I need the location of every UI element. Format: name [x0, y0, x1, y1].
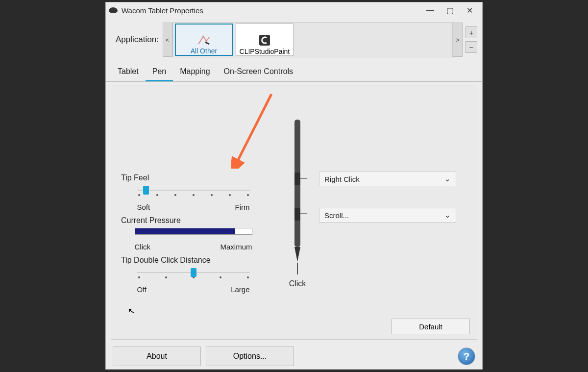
- double-click-large-label: Large: [231, 285, 249, 294]
- tab-pen[interactable]: Pen: [146, 64, 173, 81]
- chevron-down-icon: ⌄: [444, 174, 451, 183]
- titlebar: Wacom Tablet Properties — ▢ ✕: [106, 2, 482, 18]
- tip-feel-slider[interactable]: [137, 185, 250, 195]
- app-tile-label: All Other: [191, 47, 217, 55]
- minimize-button[interactable]: —: [420, 3, 440, 17]
- current-pressure-bar: [135, 228, 252, 235]
- pen-lower-button-dropdown[interactable]: Scroll... ⌄: [319, 208, 456, 223]
- pen-tip-click-label: Click: [288, 279, 307, 288]
- options-button[interactable]: Options...: [206, 347, 294, 366]
- maximize-button[interactable]: ▢: [440, 3, 460, 17]
- application-strip: All Other CLIPStudioPaint: [172, 22, 453, 57]
- app-scroll-next[interactable]: >: [453, 23, 463, 57]
- svg-rect-4: [294, 208, 300, 221]
- annotation-arrow-icon: [231, 90, 280, 169]
- help-button[interactable]: ?: [458, 347, 475, 365]
- application-row: Application: < All Other CLIPStudioPaint…: [106, 18, 482, 62]
- app-tile-clipstudio[interactable]: CLIPStudioPaint: [236, 24, 294, 56]
- app-window: Wacom Tablet Properties — ▢ ✕ Applicatio…: [105, 2, 483, 370]
- app-scroll-prev[interactable]: <: [163, 23, 172, 57]
- pen-upper-value: Right Click: [324, 175, 360, 183]
- mouse-cursor-icon: ↖: [127, 305, 136, 317]
- svg-rect-0: [259, 35, 270, 46]
- tab-mapping[interactable]: Mapping: [173, 64, 217, 81]
- pressure-max-label: Maximum: [220, 243, 252, 251]
- about-button[interactable]: About: [113, 347, 201, 366]
- close-button[interactable]: ✕: [460, 3, 479, 17]
- footer: About Options... ?: [106, 342, 482, 369]
- current-pressure-fill: [135, 228, 236, 234]
- svg-marker-5: [294, 247, 300, 262]
- current-pressure-title: Current Pressure: [121, 216, 266, 225]
- app-remove-button[interactable]: −: [466, 41, 477, 53]
- tab-on-screen-controls[interactable]: On-Screen Controls: [217, 64, 300, 81]
- window-title: Wacom Tablet Properties: [122, 6, 420, 15]
- pen-lower-value: Scroll...: [324, 211, 349, 220]
- svg-rect-3: [294, 173, 300, 185]
- pressure-click-label: Click: [135, 243, 151, 251]
- tip-feel-thumb[interactable]: [143, 186, 149, 195]
- pen-button-dropdowns: Right Click ⌄ Scroll... ⌄: [319, 172, 456, 223]
- pen-upper-button-dropdown[interactable]: Right Click ⌄: [319, 172, 456, 186]
- tip-feel-firm-label: Firm: [235, 203, 250, 211]
- all-other-icon: [196, 32, 211, 47]
- double-click-title: Tip Double Click Distance: [121, 256, 266, 265]
- tabs: Tablet Pen Mapping On-Screen Controls: [106, 64, 482, 82]
- pen-tab-content: ↖ Tip Feel Soft Firm Current Pressure Cl…: [111, 85, 477, 340]
- app-tile-label: CLIPStudioPaint: [240, 48, 290, 55]
- double-click-slider[interactable]: [137, 268, 250, 277]
- app-add-button[interactable]: +: [466, 26, 477, 38]
- clipstudio-icon: [257, 33, 272, 48]
- pen-illustration: Click Right Click ⌄ Scroll... ⌄: [288, 120, 456, 288]
- tip-feel-title: Tip Feel: [121, 174, 266, 182]
- app-add-remove: + −: [466, 26, 477, 53]
- double-click-off-label: Off: [137, 285, 147, 294]
- default-button[interactable]: Default: [392, 319, 470, 334]
- svg-line-1: [236, 94, 271, 164]
- application-label: Application:: [116, 35, 159, 45]
- chevron-down-icon: ⌄: [444, 211, 451, 220]
- app-tile-all-other[interactable]: All Other: [175, 24, 233, 56]
- app-icon: [109, 7, 118, 13]
- pen-icon: [288, 120, 307, 276]
- tip-feel-soft-label: Soft: [137, 203, 150, 211]
- left-panel: ↖ Tip Feel Soft Firm Current Pressure Cl…: [121, 174, 266, 298]
- tab-tablet[interactable]: Tablet: [111, 64, 146, 81]
- double-click-thumb[interactable]: [191, 268, 196, 277]
